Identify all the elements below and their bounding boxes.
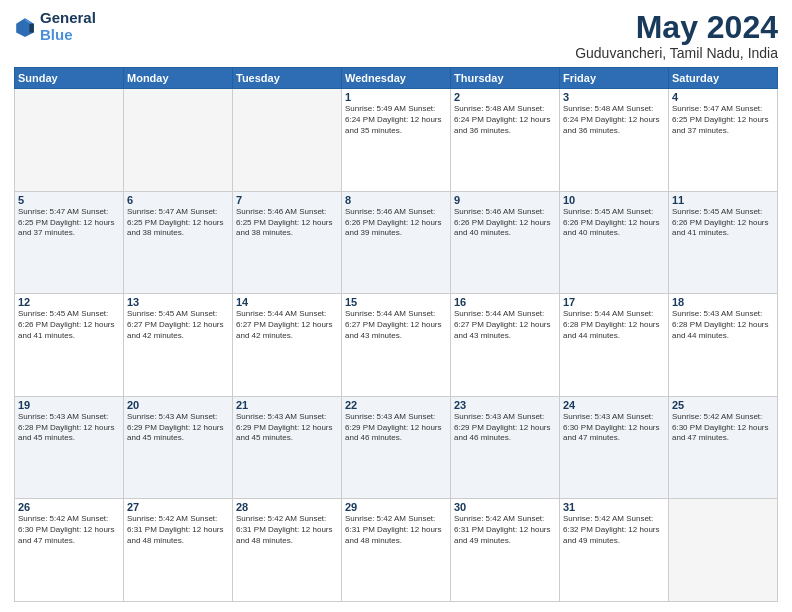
calendar-cell: 2Sunrise: 5:48 AM Sunset: 6:24 PM Daylig… (451, 89, 560, 192)
calendar-row-3: 19Sunrise: 5:43 AM Sunset: 6:28 PM Dayli… (15, 396, 778, 499)
calendar-cell: 15Sunrise: 5:44 AM Sunset: 6:27 PM Dayli… (342, 294, 451, 397)
calendar-cell (233, 89, 342, 192)
day-number: 29 (345, 501, 447, 513)
cell-info: Sunrise: 5:45 AM Sunset: 6:26 PM Dayligh… (672, 207, 774, 239)
col-header-thursday: Thursday (451, 68, 560, 89)
calendar-cell: 26Sunrise: 5:42 AM Sunset: 6:30 PM Dayli… (15, 499, 124, 602)
cell-info: Sunrise: 5:42 AM Sunset: 6:30 PM Dayligh… (18, 514, 120, 546)
calendar-cell: 12Sunrise: 5:45 AM Sunset: 6:26 PM Dayli… (15, 294, 124, 397)
calendar-cell: 6Sunrise: 5:47 AM Sunset: 6:25 PM Daylig… (124, 191, 233, 294)
calendar-cell: 24Sunrise: 5:43 AM Sunset: 6:30 PM Dayli… (560, 396, 669, 499)
logo-text: GeneralBlue (40, 10, 96, 43)
calendar-cell: 11Sunrise: 5:45 AM Sunset: 6:26 PM Dayli… (669, 191, 778, 294)
day-number: 10 (563, 194, 665, 206)
cell-info: Sunrise: 5:42 AM Sunset: 6:30 PM Dayligh… (672, 412, 774, 444)
calendar-cell (15, 89, 124, 192)
calendar-cell: 22Sunrise: 5:43 AM Sunset: 6:29 PM Dayli… (342, 396, 451, 499)
col-header-monday: Monday (124, 68, 233, 89)
cell-info: Sunrise: 5:46 AM Sunset: 6:26 PM Dayligh… (454, 207, 556, 239)
header: GeneralBlue May 2024 Guduvancheri, Tamil… (14, 10, 778, 61)
calendar-cell: 30Sunrise: 5:42 AM Sunset: 6:31 PM Dayli… (451, 499, 560, 602)
day-number: 23 (454, 399, 556, 411)
calendar-cell: 18Sunrise: 5:43 AM Sunset: 6:28 PM Dayli… (669, 294, 778, 397)
cell-info: Sunrise: 5:42 AM Sunset: 6:32 PM Dayligh… (563, 514, 665, 546)
title-block: May 2024 Guduvancheri, Tamil Nadu, India (575, 10, 778, 61)
calendar-table: SundayMondayTuesdayWednesdayThursdayFrid… (14, 67, 778, 602)
cell-info: Sunrise: 5:44 AM Sunset: 6:27 PM Dayligh… (345, 309, 447, 341)
page: GeneralBlue May 2024 Guduvancheri, Tamil… (0, 0, 792, 612)
calendar-cell: 17Sunrise: 5:44 AM Sunset: 6:28 PM Dayli… (560, 294, 669, 397)
day-number: 25 (672, 399, 774, 411)
calendar-cell: 5Sunrise: 5:47 AM Sunset: 6:25 PM Daylig… (15, 191, 124, 294)
cell-info: Sunrise: 5:49 AM Sunset: 6:24 PM Dayligh… (345, 104, 447, 136)
calendar-cell: 3Sunrise: 5:48 AM Sunset: 6:24 PM Daylig… (560, 89, 669, 192)
day-number: 28 (236, 501, 338, 513)
day-number: 19 (18, 399, 120, 411)
cell-info: Sunrise: 5:48 AM Sunset: 6:24 PM Dayligh… (563, 104, 665, 136)
cell-info: Sunrise: 5:48 AM Sunset: 6:24 PM Dayligh… (454, 104, 556, 136)
svg-marker-2 (29, 23, 33, 32)
calendar-cell: 13Sunrise: 5:45 AM Sunset: 6:27 PM Dayli… (124, 294, 233, 397)
day-number: 13 (127, 296, 229, 308)
calendar-row-2: 12Sunrise: 5:45 AM Sunset: 6:26 PM Dayli… (15, 294, 778, 397)
day-number: 3 (563, 91, 665, 103)
col-header-tuesday: Tuesday (233, 68, 342, 89)
cell-info: Sunrise: 5:42 AM Sunset: 6:31 PM Dayligh… (127, 514, 229, 546)
cell-info: Sunrise: 5:44 AM Sunset: 6:28 PM Dayligh… (563, 309, 665, 341)
day-number: 20 (127, 399, 229, 411)
col-header-sunday: Sunday (15, 68, 124, 89)
calendar-cell: 27Sunrise: 5:42 AM Sunset: 6:31 PM Dayli… (124, 499, 233, 602)
logo-icon (14, 16, 36, 38)
calendar-row-4: 26Sunrise: 5:42 AM Sunset: 6:30 PM Dayli… (15, 499, 778, 602)
cell-info: Sunrise: 5:46 AM Sunset: 6:25 PM Dayligh… (236, 207, 338, 239)
calendar-cell: 20Sunrise: 5:43 AM Sunset: 6:29 PM Dayli… (124, 396, 233, 499)
day-number: 8 (345, 194, 447, 206)
main-title: May 2024 (575, 10, 778, 45)
cell-info: Sunrise: 5:45 AM Sunset: 6:27 PM Dayligh… (127, 309, 229, 341)
calendar-header-row: SundayMondayTuesdayWednesdayThursdayFrid… (15, 68, 778, 89)
calendar-cell: 23Sunrise: 5:43 AM Sunset: 6:29 PM Dayli… (451, 396, 560, 499)
day-number: 18 (672, 296, 774, 308)
cell-info: Sunrise: 5:43 AM Sunset: 6:29 PM Dayligh… (127, 412, 229, 444)
day-number: 15 (345, 296, 447, 308)
cell-info: Sunrise: 5:43 AM Sunset: 6:28 PM Dayligh… (18, 412, 120, 444)
calendar-cell: 1Sunrise: 5:49 AM Sunset: 6:24 PM Daylig… (342, 89, 451, 192)
calendar-cell: 19Sunrise: 5:43 AM Sunset: 6:28 PM Dayli… (15, 396, 124, 499)
day-number: 1 (345, 91, 447, 103)
day-number: 17 (563, 296, 665, 308)
cell-info: Sunrise: 5:42 AM Sunset: 6:31 PM Dayligh… (454, 514, 556, 546)
day-number: 16 (454, 296, 556, 308)
calendar-cell: 10Sunrise: 5:45 AM Sunset: 6:26 PM Dayli… (560, 191, 669, 294)
calendar-cell: 7Sunrise: 5:46 AM Sunset: 6:25 PM Daylig… (233, 191, 342, 294)
calendar-cell: 8Sunrise: 5:46 AM Sunset: 6:26 PM Daylig… (342, 191, 451, 294)
day-number: 2 (454, 91, 556, 103)
day-number: 12 (18, 296, 120, 308)
col-header-saturday: Saturday (669, 68, 778, 89)
calendar-cell: 28Sunrise: 5:42 AM Sunset: 6:31 PM Dayli… (233, 499, 342, 602)
cell-info: Sunrise: 5:47 AM Sunset: 6:25 PM Dayligh… (127, 207, 229, 239)
calendar-row-1: 5Sunrise: 5:47 AM Sunset: 6:25 PM Daylig… (15, 191, 778, 294)
cell-info: Sunrise: 5:47 AM Sunset: 6:25 PM Dayligh… (18, 207, 120, 239)
calendar-cell: 9Sunrise: 5:46 AM Sunset: 6:26 PM Daylig… (451, 191, 560, 294)
day-number: 7 (236, 194, 338, 206)
cell-info: Sunrise: 5:43 AM Sunset: 6:28 PM Dayligh… (672, 309, 774, 341)
subtitle: Guduvancheri, Tamil Nadu, India (575, 45, 778, 61)
day-number: 6 (127, 194, 229, 206)
cell-info: Sunrise: 5:43 AM Sunset: 6:29 PM Dayligh… (236, 412, 338, 444)
calendar-cell: 4Sunrise: 5:47 AM Sunset: 6:25 PM Daylig… (669, 89, 778, 192)
day-number: 22 (345, 399, 447, 411)
calendar-cell (669, 499, 778, 602)
day-number: 11 (672, 194, 774, 206)
cell-info: Sunrise: 5:46 AM Sunset: 6:26 PM Dayligh… (345, 207, 447, 239)
calendar-cell: 31Sunrise: 5:42 AM Sunset: 6:32 PM Dayli… (560, 499, 669, 602)
calendar-cell: 16Sunrise: 5:44 AM Sunset: 6:27 PM Dayli… (451, 294, 560, 397)
day-number: 9 (454, 194, 556, 206)
cell-info: Sunrise: 5:43 AM Sunset: 6:29 PM Dayligh… (345, 412, 447, 444)
cell-info: Sunrise: 5:43 AM Sunset: 6:30 PM Dayligh… (563, 412, 665, 444)
calendar-cell: 29Sunrise: 5:42 AM Sunset: 6:31 PM Dayli… (342, 499, 451, 602)
col-header-wednesday: Wednesday (342, 68, 451, 89)
day-number: 14 (236, 296, 338, 308)
day-number: 30 (454, 501, 556, 513)
calendar-cell (124, 89, 233, 192)
cell-info: Sunrise: 5:45 AM Sunset: 6:26 PM Dayligh… (18, 309, 120, 341)
